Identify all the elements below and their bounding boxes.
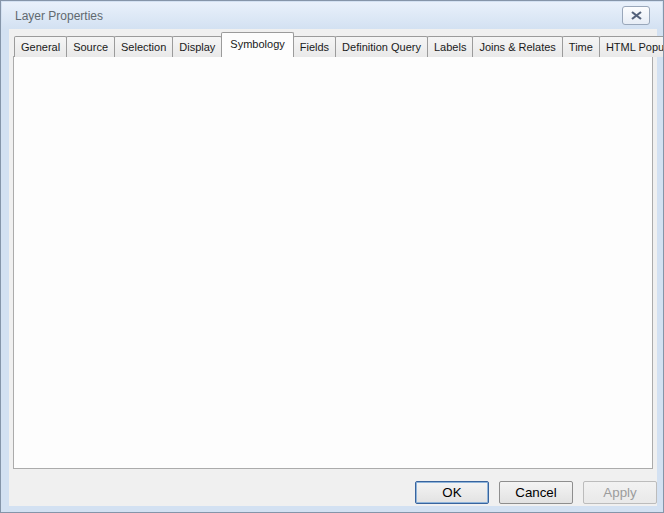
tab-symbology[interactable]: Symbology: [221, 32, 293, 57]
symbology-tab-page: [13, 56, 653, 469]
cancel-button[interactable]: Cancel: [499, 481, 573, 504]
window-title: Layer Properties: [15, 9, 103, 23]
tab-selection[interactable]: Selection: [114, 36, 173, 57]
layer-properties-dialog: Layer Properties General Source Selectio…: [0, 0, 664, 513]
tab-time[interactable]: Time: [562, 36, 600, 57]
tab-strip: General Source Selection Display Symbolo…: [14, 34, 664, 57]
titlebar: Layer Properties: [2, 2, 662, 29]
tab-definition-query[interactable]: Definition Query: [335, 36, 428, 57]
apply-button[interactable]: Apply: [583, 481, 657, 504]
tab-html-popup[interactable]: HTML Popup: [599, 36, 664, 57]
tab-source[interactable]: Source: [66, 36, 115, 57]
tab-general[interactable]: General: [14, 36, 67, 57]
ok-button[interactable]: OK: [415, 481, 489, 504]
close-icon: [631, 11, 642, 20]
close-button[interactable]: [622, 6, 650, 25]
tab-labels[interactable]: Labels: [427, 36, 473, 57]
tab-fields[interactable]: Fields: [293, 36, 336, 57]
tab-display[interactable]: Display: [172, 36, 222, 57]
tab-joins-relates[interactable]: Joins & Relates: [472, 36, 562, 57]
